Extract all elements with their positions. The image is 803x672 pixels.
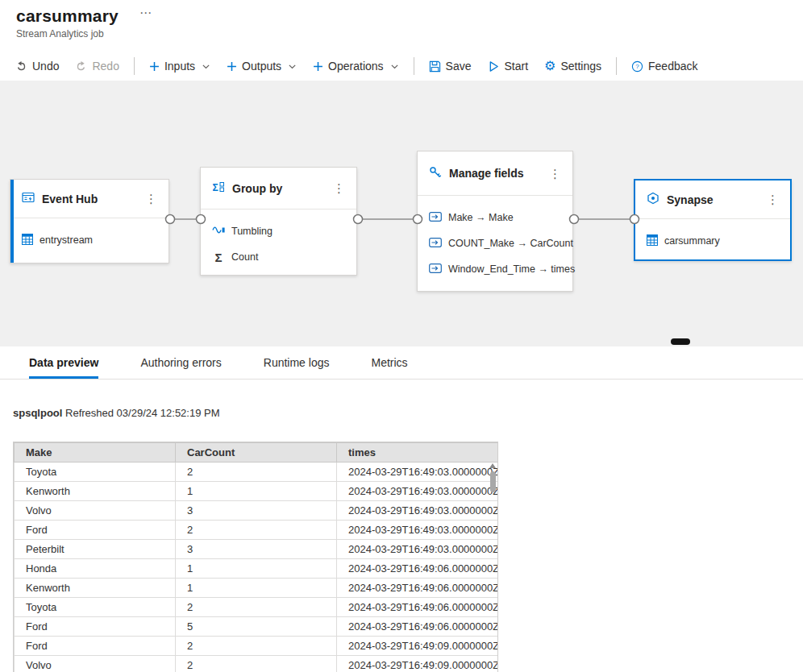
gear-icon: ⚙	[544, 60, 555, 73]
node-event-hub[interactable]: Event Hub ⋮ entrystream	[10, 179, 169, 263]
tab-data-preview[interactable]: Data preview	[29, 346, 98, 379]
table-cell: 2024-03-29T16:49:09.0000000Z	[337, 656, 498, 672]
table-cell: 2024-03-29T16:49:03.0000000Z	[337, 521, 498, 540]
table-cell: 2024-03-29T16:49:09.0000000Z	[337, 637, 498, 656]
column-header-make[interactable]: Make	[15, 443, 176, 463]
node-item-label: Tumbling	[231, 226, 273, 237]
table-cell: 2	[176, 598, 337, 617]
plus-icon	[313, 61, 323, 72]
table-cell: Toyota	[15, 463, 176, 482]
table-scrollbar[interactable]	[489, 463, 497, 672]
add-operations-button[interactable]: Operations	[306, 56, 406, 77]
table-cell: Toyota	[15, 598, 176, 617]
table-cell: 2024-03-29T16:49:06.0000000Z	[337, 579, 498, 598]
column-header-carcount[interactable]: CarCount	[176, 443, 337, 463]
start-label: Start	[505, 60, 529, 73]
node-title: Manage fields	[449, 167, 524, 180]
table-cell: Kenworth	[15, 579, 176, 598]
table-cell: 1	[176, 579, 337, 598]
add-outputs-button[interactable]: Outputs	[219, 56, 304, 77]
data-preview-table: Make CarCount times Toyota22024-03-29T16…	[13, 442, 498, 672]
table-row: Toyota22024-03-29T16:49:03.0000000Z	[15, 463, 498, 482]
tumbling-window-icon	[212, 226, 225, 237]
preview-table-body: Toyota22024-03-29T16:49:03.0000000ZKenwo…	[15, 463, 498, 672]
table-row: Honda12024-03-29T16:49:06.0000000Z	[15, 559, 498, 579]
operations-label: Operations	[328, 60, 383, 73]
diagram-canvas[interactable]: Event Hub ⋮ entrystream Σ Group by ⋮	[0, 81, 803, 346]
feedback-label: Feedback	[648, 60, 697, 73]
table-cell: 2024-03-29T16:49:03.0000000Z	[337, 540, 498, 559]
save-button[interactable]: Save	[422, 56, 479, 77]
table-row: Peterbilt32024-03-29T16:49:03.0000000Z	[15, 540, 498, 559]
table-cell: Volvo	[15, 501, 176, 521]
start-button[interactable]: Start	[481, 56, 536, 77]
redo-button[interactable]: Redo	[68, 56, 126, 77]
field-map-icon	[429, 263, 442, 276]
table-cell: 2024-03-29T16:49:06.0000000Z	[337, 598, 498, 617]
table-cell: 2024-03-29T16:49:03.0000000Z	[337, 501, 498, 521]
table-cell: 2	[176, 656, 337, 672]
event-hub-icon	[22, 191, 35, 206]
node-manage-fields[interactable]: Manage fields ⋮ Make → Make COUNT_Make →…	[417, 151, 573, 292]
node-menu-button[interactable]: ⋮	[546, 168, 564, 180]
tab-metrics[interactable]: Metrics	[371, 346, 407, 379]
help-circle-icon: ?	[631, 60, 643, 73]
table-cell: 2024-03-29T16:49:03.0000000Z	[337, 482, 498, 501]
svg-text:?: ?	[635, 63, 639, 70]
chevron-down-icon	[202, 62, 210, 71]
node-menu-button[interactable]: ⋮	[763, 193, 782, 205]
group-by-icon: Σ	[212, 180, 225, 196]
table-row: Volvo32024-03-29T16:49:03.0000000Z	[15, 501, 498, 521]
sigma-icon: Σ	[212, 251, 225, 264]
node-synapse[interactable]: Synapse ⋮ carsummary	[634, 179, 792, 261]
chevron-down-icon	[390, 62, 399, 71]
panel-resize-handle[interactable]	[671, 338, 690, 345]
table-cell: Volvo	[15, 656, 176, 672]
tab-authoring-errors[interactable]: Authoring errors	[140, 346, 221, 379]
table-row: Kenworth12024-03-29T16:49:06.0000000Z	[15, 579, 498, 598]
table-cell: Peterbilt	[15, 540, 176, 559]
node-item-label: Count	[231, 251, 258, 263]
node-item-tumbling: Tumbling	[201, 218, 356, 244]
synapse-icon	[647, 192, 659, 207]
table-cell: 1	[176, 482, 337, 501]
toolbar-separator	[616, 57, 617, 75]
node-item-label: entrystream	[40, 234, 93, 246]
node-item-label: carsummary	[664, 235, 720, 247]
toolbar-separator	[134, 57, 135, 75]
inputs-label: Inputs	[164, 60, 195, 73]
table-cell: Ford	[15, 617, 176, 637]
save-label: Save	[446, 60, 472, 73]
job-type-label: Stream Analytics job	[16, 28, 152, 39]
node-menu-button[interactable]: ⋮	[330, 182, 348, 194]
node-item-label: Window_End_Time → times	[448, 263, 575, 275]
refreshed-label: Refreshed 03/29/24 12:52:19 PM	[65, 407, 220, 419]
node-group-by[interactable]: Σ Group by ⋮ Tumbling Σ Count	[200, 167, 357, 276]
node-title: Event Hub	[42, 193, 98, 205]
table-cell: Ford	[15, 521, 176, 540]
table-row: Kenworth12024-03-29T16:49:03.0000000Z	[15, 482, 498, 501]
outputs-label: Outputs	[242, 60, 281, 73]
scroll-up-arrow-icon[interactable]	[489, 463, 496, 468]
add-inputs-button[interactable]: Inputs	[142, 56, 218, 77]
node-item-count: Σ Count	[201, 244, 356, 270]
node-menu-button[interactable]: ⋮	[142, 193, 160, 205]
more-options-button[interactable]: ⋯	[139, 6, 152, 19]
node-title: Synapse	[667, 193, 714, 206]
settings-label: Settings	[560, 60, 601, 73]
tab-runtime-logs[interactable]: Runtime logs	[264, 346, 330, 379]
table-cell: 2024-03-29T16:49:06.0000000Z	[337, 559, 498, 579]
toolbar-separator	[414, 57, 414, 75]
bottom-panel-tabs: Data preview Authoring errors Runtime lo…	[0, 346, 803, 380]
column-header-times[interactable]: times	[337, 443, 498, 463]
settings-button[interactable]: ⚙ Settings	[537, 56, 609, 77]
stream-analytics-editor: carsummary ⋯ Stream Analytics job Undo R…	[0, 0, 803, 672]
undo-button[interactable]: Undo	[8, 56, 66, 77]
feedback-button[interactable]: ? Feedback	[624, 56, 705, 77]
table-cell: 2024-03-29T16:49:03.0000000Z	[337, 463, 498, 482]
node-title: Group by	[232, 182, 282, 195]
preview-status: spsqlpool Refreshed 03/29/24 12:52:19 PM	[13, 407, 220, 419]
save-icon	[429, 60, 441, 73]
table-cell: 2	[176, 463, 337, 482]
scrollbar-thumb[interactable]	[490, 471, 496, 492]
